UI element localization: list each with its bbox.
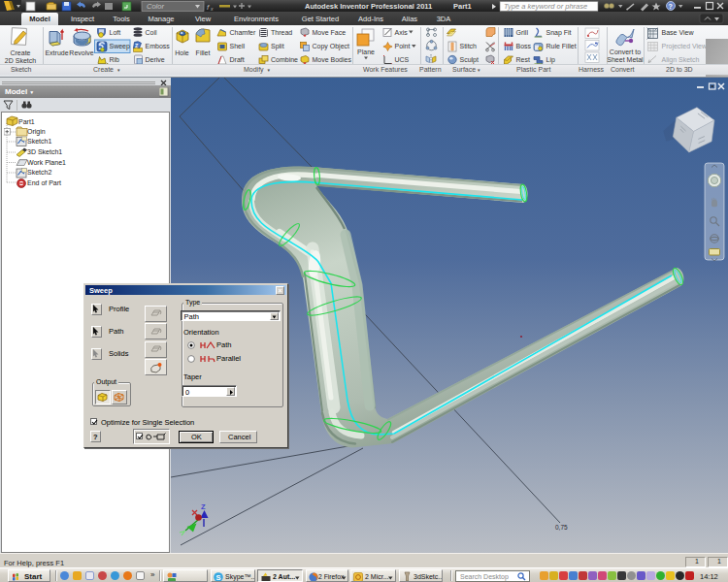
- svg-text:Rule Fillet: Rule Fillet: [546, 43, 577, 49]
- svg-text:Move Face: Move Face: [313, 29, 347, 36]
- svg-text:Coil: Coil: [146, 29, 158, 36]
- svg-text:Convert to: Convert to: [610, 48, 641, 55]
- svg-text:f: f: [207, 3, 210, 12]
- svg-text:Projected View: Projected View: [662, 43, 709, 50]
- svg-text:Type a keyword or phrase: Type a keyword or phrase: [504, 2, 587, 11]
- svg-text:Derive: Derive: [146, 56, 165, 63]
- svg-text:Lip: Lip: [546, 56, 555, 64]
- svg-text:Copy Object: Copy Object: [313, 43, 350, 50]
- svg-text:Sculpt: Sculpt: [460, 56, 480, 64]
- svg-text:Axis: Axis: [395, 29, 409, 36]
- svg-text:Part1: Part1: [453, 2, 472, 11]
- svg-text:Fillet: Fillet: [196, 49, 211, 56]
- svg-text:Stitch: Stitch: [460, 43, 478, 49]
- svg-text:Draft: Draft: [230, 56, 245, 63]
- svg-text:S: S: [216, 573, 221, 582]
- svg-text:Create: Create: [10, 49, 30, 56]
- svg-text:Emboss: Emboss: [146, 43, 171, 49]
- svg-text:Split: Split: [271, 43, 284, 50]
- svg-text:Loft: Loft: [110, 29, 121, 36]
- svg-text:Base View: Base View: [662, 29, 695, 36]
- svg-text:Thread: Thread: [271, 29, 292, 36]
- svg-text:Point: Point: [395, 43, 411, 49]
- svg-text:Hole: Hole: [175, 49, 189, 56]
- svg-text:UCS: UCS: [395, 56, 410, 63]
- svg-text:Revolve: Revolve: [69, 49, 93, 56]
- svg-text:0,75: 0,75: [555, 524, 568, 531]
- svg-text:Z: Z: [201, 502, 206, 511]
- svg-text:Rib: Rib: [110, 56, 120, 63]
- svg-text:Chamfer: Chamfer: [230, 29, 257, 36]
- svg-text:Boss: Boss: [516, 43, 532, 49]
- svg-text:Combine: Combine: [271, 56, 298, 63]
- svg-text:Rest: Rest: [516, 56, 530, 63]
- svg-text:Snap Fit: Snap Fit: [546, 29, 572, 37]
- svg-text:Sweep: Sweep: [110, 43, 131, 50]
- svg-text:Autodesk Inventor Professional: Autodesk Inventor Professional 2011: [305, 2, 432, 11]
- svg-text:Move Bodies: Move Bodies: [313, 56, 352, 63]
- svg-text:Sheet Metal: Sheet Metal: [607, 56, 644, 63]
- svg-text:Grill: Grill: [516, 29, 529, 36]
- svg-text:Shell: Shell: [230, 43, 246, 49]
- svg-text:Align Sketch: Align Sketch: [662, 56, 700, 64]
- svg-text:Plane: Plane: [357, 48, 375, 55]
- svg-text:Extrude: Extrude: [45, 49, 68, 56]
- svg-text:2D Sketch: 2D Sketch: [5, 57, 36, 64]
- svg-text:x: x: [210, 6, 214, 12]
- svg-text:Color: Color: [147, 2, 164, 11]
- svg-text:?: ?: [669, 3, 673, 10]
